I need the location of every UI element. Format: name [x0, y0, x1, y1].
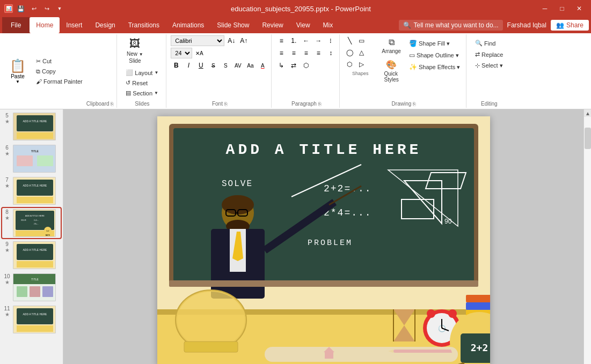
format-painter-button[interactable]: 🖌 Format Painter — [33, 77, 85, 86]
arrange-button[interactable]: ⧉ Arrange — [378, 35, 404, 56]
font-family-select[interactable]: Calibri — [171, 35, 224, 46]
convert-button[interactable]: ⇄ — [288, 60, 299, 71]
shapes-palette-item[interactable]: ◯ — [344, 47, 355, 58]
slide-thumb-11[interactable]: 11 ★ ADD A TITLE HERE — [2, 304, 61, 335]
slide-thumb-10[interactable]: 10 ★ TITLE — [2, 272, 61, 302]
indent-dec-button[interactable]: ← — [301, 35, 311, 46]
numbered-button[interactable]: 1. — [288, 35, 299, 46]
drawing-group: ╲ ▭ ◯ △ ⬡ ▷ Shapes ⧉ Arrange — [341, 34, 466, 108]
slide-image-7[interactable]: ADD A TITLE HERE — [13, 177, 56, 205]
bold-button[interactable]: B — [171, 60, 181, 71]
paste-dropdown-icon: ▼ — [16, 79, 20, 84]
slide-thumb-8[interactable]: 8 ★ ADD A TITLE HERE SOLVE 2+2=... 2*4=.… — [2, 208, 61, 238]
svg-text:2*4=...: 2*4=... — [34, 223, 39, 225]
menu-insert[interactable]: Insert — [60, 17, 89, 33]
scroll-track[interactable] — [584, 117, 591, 364]
menu-transitions[interactable]: Transitions — [122, 17, 166, 33]
font-group: Calibri A↓ A↑ 24 ✕A B I U S S AV Aa A — [167, 34, 272, 108]
text-direction-button[interactable]: ↳ — [276, 60, 287, 71]
case-button[interactable]: Aa — [245, 60, 256, 71]
canvas-area[interactable]: ADD A TITLE HERE SOLVE 2+2=... 2*4=... P… — [63, 109, 583, 364]
align-center-button[interactable]: ≡ — [288, 48, 299, 58]
slide-image-10[interactable]: TITLE — [13, 273, 56, 301]
slide-thumb-6[interactable]: 6 ★ TITLE — [2, 144, 61, 174]
align-right-button[interactable]: ≡ — [301, 48, 311, 58]
save-button[interactable]: 💾 — [16, 4, 26, 13]
layout-icon: ⬜ — [126, 69, 133, 76]
menu-home[interactable]: Home — [30, 17, 60, 33]
shapes-palette-item[interactable]: ╲ — [344, 35, 355, 46]
reset-button[interactable]: ↺ Reset — [123, 78, 161, 87]
scroll-thumb[interactable] — [585, 128, 591, 149]
layout-button[interactable]: ⬜ Layout ▼ — [123, 68, 161, 77]
justify-button[interactable]: ≡ — [313, 48, 324, 58]
shapes-palette-item[interactable]: ▭ — [356, 35, 367, 46]
section-icon: ▤ — [126, 90, 131, 96]
slide-image-11[interactable]: ADD A TITLE HERE — [13, 306, 56, 333]
line-spacing-button[interactable]: ↕ — [325, 48, 336, 58]
slide-canvas[interactable]: ADD A TITLE HERE SOLVE 2+2=... 2*4=... P… — [157, 116, 490, 364]
shape-outline-button[interactable]: ▭ Shape Outline ▾ — [406, 50, 463, 60]
share-button[interactable]: 👥 Share — [551, 20, 589, 31]
menu-review[interactable]: Review — [256, 17, 289, 33]
smartart-button[interactable]: ⬡ — [301, 60, 311, 71]
undo-button[interactable]: ↩ — [29, 4, 39, 13]
cut-button[interactable]: ✂ Cut — [33, 57, 85, 66]
find-button[interactable]: 🔍 Find — [472, 39, 506, 48]
slide-thumb-7[interactable]: 7 ★ ADD A TITLE HERE — [2, 176, 61, 206]
clear-formatting-btn[interactable]: ✕A — [194, 48, 205, 58]
menu-view[interactable]: View — [290, 17, 317, 33]
svg-point-79 — [448, 309, 457, 318]
customize-qat-button[interactable]: ▼ — [55, 4, 64, 13]
shape-effects-button[interactable]: ✨ Shape Effects ▾ — [406, 62, 463, 72]
slide-image-6[interactable]: TITLE — [13, 145, 56, 173]
columns-button[interactable]: ⫶ — [325, 35, 336, 46]
bullets-button[interactable]: ≡ — [276, 35, 287, 46]
outline-icon: ▭ — [409, 51, 415, 59]
restore-button[interactable]: □ — [554, 3, 570, 14]
svg-rect-32 — [42, 286, 53, 297]
slide-panel[interactable]: 5 ★ ADD A TITLE HERE 6 ★ — [0, 109, 63, 364]
user-button[interactable]: Farshad Iqbal — [507, 21, 546, 29]
copy-button[interactable]: ⧉ Copy — [33, 67, 85, 76]
indent-inc-button[interactable]: → — [313, 35, 324, 46]
font-size-increase-btn[interactable]: A↑ — [238, 35, 249, 46]
scroll-up-button[interactable]: ▲ — [584, 109, 591, 117]
slide-thumb-9[interactable]: 9 ★ ADD A TITLE HERE — [2, 240, 61, 270]
font-size-decrease-btn[interactable]: A↓ — [226, 35, 237, 46]
paste-icon: 📋 — [10, 58, 26, 73]
menu-slideshow[interactable]: Slide Show — [210, 17, 256, 33]
slide-image-9[interactable]: ADD A TITLE HERE — [13, 241, 56, 269]
close-button[interactable]: ✕ — [572, 3, 587, 14]
slide-image-5[interactable]: ADD A TITLE HERE — [13, 113, 56, 140]
slide-thumb-5[interactable]: 5 ★ ADD A TITLE HERE — [2, 112, 61, 142]
italic-button[interactable]: I — [183, 60, 194, 71]
shadow-button[interactable]: S — [220, 60, 231, 71]
tell-me-input[interactable]: 🔍 Tell me what you want to do... — [399, 20, 502, 31]
menu-animations[interactable]: Animations — [166, 17, 210, 33]
shapes-palette-item[interactable]: ▷ — [356, 59, 367, 70]
shape-fill-button[interactable]: 🪣 Shape Fill ▾ — [406, 39, 463, 48]
spacing-button[interactable]: AV — [232, 60, 243, 71]
drawing-label: Drawing ⎘ — [392, 99, 415, 107]
menu-mix[interactable]: Mix — [317, 17, 340, 33]
font-color-button[interactable]: A — [257, 60, 268, 71]
svg-text:ADD A TITLE HERE: ADD A TITLE HERE — [25, 214, 45, 217]
replace-button[interactable]: ⇄ Replace — [472, 50, 506, 59]
minimize-button[interactable]: ─ — [537, 3, 552, 14]
align-left-button[interactable]: ≡ — [276, 48, 287, 58]
strikethrough-button[interactable]: S — [208, 60, 218, 71]
section-button[interactable]: ▤ Section ▼ — [123, 88, 161, 98]
font-size-select[interactable]: 24 — [171, 48, 192, 58]
menu-file[interactable]: File — [2, 17, 30, 33]
new-slide-button[interactable]: 🖼 New ▼ Slide — [123, 35, 147, 66]
shapes-palette-item[interactable]: △ — [356, 47, 367, 58]
paste-button[interactable]: 📋 Paste ▼ — [5, 35, 30, 107]
quick-styles-button[interactable]: 🎨 QuickStyles — [381, 57, 402, 85]
shapes-palette-item[interactable]: ⬡ — [344, 59, 355, 70]
redo-button[interactable]: ↪ — [42, 4, 52, 13]
menu-design[interactable]: Design — [89, 17, 121, 33]
select-button[interactable]: ⊹ Select ▾ — [472, 61, 506, 70]
slide-image-8[interactable]: ADD A TITLE HERE SOLVE 2+2=... 2*4=... 2… — [13, 209, 56, 237]
underline-button[interactable]: U — [195, 60, 206, 71]
